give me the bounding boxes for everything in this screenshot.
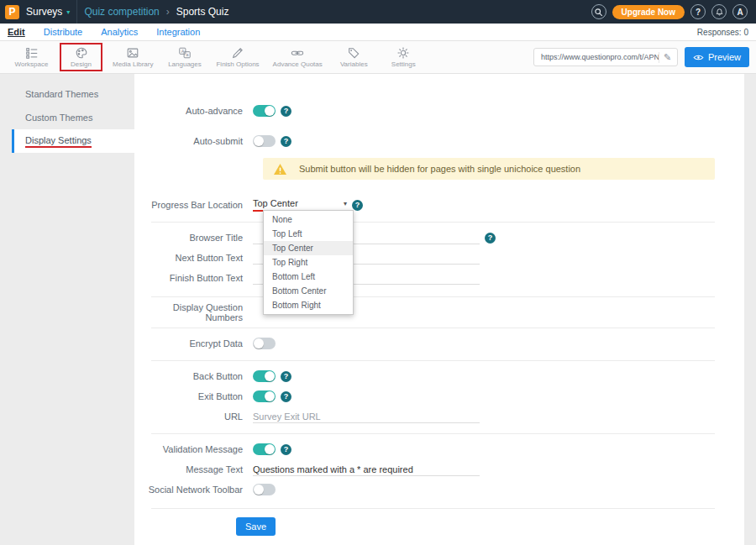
toolbar-item-advance-quotas[interactable]: Advance Quotas (271, 45, 324, 70)
auto-submit-toggle[interactable] (253, 135, 276, 147)
sidebar-item-custom-themes[interactable]: Custom Themes (12, 106, 134, 129)
sidebar-item-label: Display Settings (25, 135, 92, 148)
exit-button-label: Exit Button (134, 391, 253, 401)
encrypt-data-toggle[interactable] (253, 338, 276, 349)
variables-tag-icon (347, 46, 360, 60)
social-network-toolbar-toggle[interactable] (253, 484, 276, 495)
next-button-text-row: Next Button Text (134, 248, 744, 268)
help-icon[interactable]: ? (281, 371, 291, 382)
save-button[interactable]: Save (236, 517, 276, 536)
dropdown-option-top-right[interactable]: Top Right (264, 255, 353, 270)
preview-label: Preview (708, 52, 741, 62)
advance-quotas-link-icon (291, 46, 304, 60)
selected-value: Top Center (253, 198, 298, 208)
chevron-down-icon: ▾ (344, 200, 347, 207)
toolbar-item-languages[interactable]: A a Languages (165, 45, 204, 70)
toolbar-item-workspace[interactable]: Workspace (12, 45, 51, 70)
toolbar-item-label: Advance Quotas (273, 60, 323, 68)
message-text-row: Message Text (134, 459, 744, 479)
validation-message-toggle[interactable] (253, 443, 276, 455)
surveys-label: Surveys (26, 6, 62, 18)
sidebar-item-standard-themes[interactable]: Standard Themes (12, 82, 134, 106)
display-question-numbers-label: Display Question Numbers (134, 302, 253, 322)
exit-url-label: URL (134, 411, 253, 422)
exit-url-input[interactable] (253, 411, 480, 423)
toolbar-item-settings[interactable]: Settings (384, 45, 423, 70)
exit-button-toggle[interactable] (253, 390, 276, 402)
eye-icon (693, 54, 704, 61)
upgrade-now-button[interactable]: Upgrade Now (612, 5, 685, 19)
survey-url-input[interactable] (541, 53, 659, 61)
search-icon[interactable] (591, 4, 606, 19)
surveys-menu[interactable]: Surveys ▾ (26, 6, 70, 18)
dropdown-option-bottom-left[interactable]: Bottom Left (264, 270, 353, 284)
survey-url-box: ✎ (533, 48, 678, 66)
avatar[interactable]: A (732, 4, 748, 19)
help-icon[interactable]: ? (281, 136, 291, 147)
progress-bar-location-dropdown: None Top Left Top Center Top Right Botto… (263, 210, 354, 315)
help-circle-icon[interactable]: ? (690, 4, 706, 19)
finish-button-text-label: Finish Button Text (134, 273, 253, 283)
auto-submit-row: Auto-submit ? (134, 131, 744, 151)
dropdown-option-top-center[interactable]: Top Center (264, 241, 353, 255)
browser-title-row: Browser Title ? (134, 228, 744, 248)
dropdown-option-top-left[interactable]: Top Left (264, 227, 353, 241)
toolbar-item-label: Workspace (15, 60, 49, 68)
sidebar-item-display-settings[interactable]: Display Settings (12, 129, 134, 153)
help-icon[interactable]: ? (281, 391, 291, 402)
toolbar-item-label: Finish Options (216, 60, 259, 68)
toolbar-item-design[interactable]: Design (61, 45, 101, 70)
auto-advance-toggle[interactable] (253, 105, 276, 117)
toolbar-item-label: Variables (340, 60, 368, 68)
toolbar-item-label: Settings (391, 60, 416, 68)
progress-bar-location-label: Progress Bar Location (134, 200, 253, 210)
back-button-toggle[interactable] (253, 370, 276, 382)
notifications-bell-icon[interactable] (711, 4, 727, 19)
questionpro-logo: P (5, 5, 19, 19)
help-icon[interactable]: ? (352, 200, 363, 211)
help-icon[interactable]: ? (281, 106, 291, 117)
encrypt-data-label: Encrypt Data (134, 338, 253, 348)
tab-analytics[interactable]: Analytics (101, 27, 138, 37)
topbar-actions: Upgrade Now ? A (591, 4, 748, 19)
help-icon[interactable]: ? (281, 444, 291, 455)
divider (151, 508, 715, 509)
svg-text:A: A (181, 49, 185, 54)
preview-button[interactable]: Preview (685, 47, 749, 67)
dropdown-option-bottom-right[interactable]: Bottom Right (264, 298, 353, 312)
encrypt-data-row: Encrypt Data (134, 333, 744, 354)
social-network-toolbar-label: Social Network Toolbar (134, 485, 253, 495)
svg-text:a: a (186, 52, 189, 57)
exit-button-row: Exit Button ? (134, 386, 744, 406)
responses-count[interactable]: Responses: 0 (697, 28, 748, 37)
tab-distribute[interactable]: Distribute (44, 27, 82, 37)
toolbar-item-finish-options[interactable]: Finish Options (214, 45, 260, 70)
validation-message-row: Validation Message ? (134, 439, 744, 459)
toolbar-item-media-library[interactable]: Media Library (111, 45, 155, 70)
design-palette-icon (75, 46, 88, 60)
auto-advance-label: Auto-advance (134, 106, 253, 116)
media-library-icon (126, 46, 139, 60)
auto-advance-row: Auto-advance ? (134, 101, 744, 121)
dropdown-option-none[interactable]: None (264, 212, 353, 227)
submit-hidden-warning: Submit button will be hidden for pages w… (263, 158, 715, 180)
tab-edit[interactable]: Edit (8, 27, 25, 37)
sidebar-item-label: Standard Themes (25, 89, 98, 99)
divider (76, 0, 77, 24)
message-text-input[interactable] (253, 464, 480, 476)
divider (151, 433, 715, 434)
dropdown-option-bottom-center[interactable]: Bottom Center (264, 284, 353, 298)
languages-icon: A a (178, 46, 192, 60)
breadcrumb-parent[interactable]: Quiz competition (84, 6, 159, 18)
page-body: Standard Themes Custom Themes Display Se… (0, 74, 756, 545)
edit-url-pencil-icon[interactable]: ✎ (659, 52, 671, 63)
workspace-icon (25, 46, 39, 60)
finish-options-pencil-icon (231, 46, 244, 60)
display-settings-panel: Auto-advance ? Auto-submit ? Submit butt… (134, 74, 744, 545)
tab-integration[interactable]: Integration (156, 27, 200, 37)
help-icon[interactable]: ? (485, 233, 496, 244)
divider (151, 296, 715, 297)
toolbar-item-variables[interactable]: Variables (334, 45, 374, 70)
warning-triangle-icon (273, 163, 287, 176)
auto-submit-label: Auto-submit (134, 136, 253, 146)
